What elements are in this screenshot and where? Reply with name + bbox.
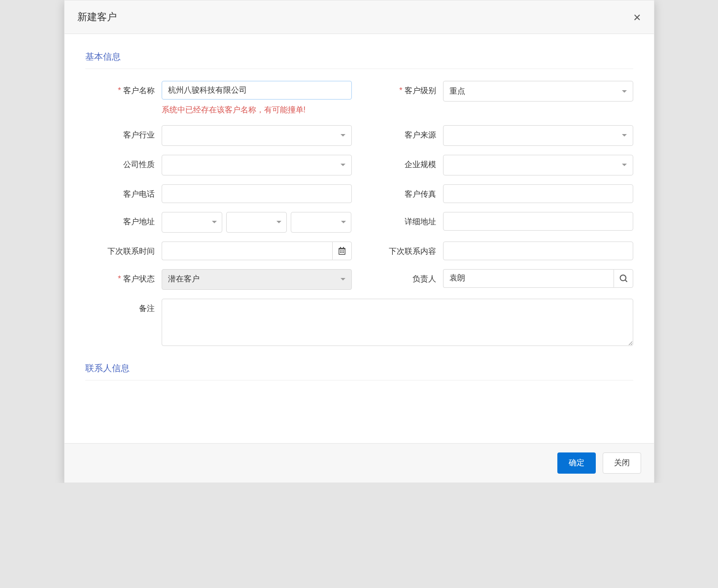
- label-customer-level: *客户级别: [367, 81, 443, 96]
- label-customer-phone: 客户电话: [85, 184, 162, 200]
- chevron-down-icon: [622, 90, 627, 93]
- label-customer-source: 客户来源: [367, 125, 443, 140]
- calendar-button[interactable]: [332, 242, 351, 260]
- customer-level-value: 重点: [449, 86, 465, 97]
- customer-level-select[interactable]: 重点: [443, 81, 633, 102]
- label-company-nature: 公司性质: [85, 155, 162, 170]
- company-nature-select[interactable]: [162, 155, 352, 175]
- customer-phone-input[interactable]: [162, 184, 352, 203]
- row-customer-level: *客户级别 重点: [367, 81, 633, 116]
- label-remark: 备注: [85, 299, 162, 314]
- chevron-down-icon: [622, 134, 627, 137]
- modal-dialog: 新建客户 × 基本信息 *客户名称 系统中已经存在该客户名称，有可能撞单! *客…: [64, 0, 654, 483]
- row-customer-phone: 客户电话: [85, 184, 352, 203]
- chevron-down-icon: [276, 221, 281, 223]
- label-next-contact-time: 下次联系时间: [85, 242, 162, 257]
- row-remark: 备注: [85, 299, 633, 347]
- customer-name-error: 系统中已经存在该客户名称，有可能撞单!: [162, 104, 352, 116]
- modal-body[interactable]: 基本信息 *客户名称 系统中已经存在该客户名称，有可能撞单! *客户级别 重点: [65, 34, 654, 443]
- next-contact-time-input[interactable]: [162, 242, 333, 260]
- section-basic-title: 基本信息: [85, 51, 633, 69]
- calendar-icon: [338, 247, 346, 255]
- customer-name-input[interactable]: [162, 81, 352, 100]
- chevron-down-icon: [341, 278, 345, 280]
- owner-search-button[interactable]: [614, 269, 633, 288]
- customer-fax-input[interactable]: [443, 184, 633, 203]
- customer-status-select[interactable]: 潜在客户: [162, 269, 352, 290]
- label-next-contact-content: 下次联系内容: [367, 242, 443, 257]
- chevron-down-icon: [622, 164, 627, 166]
- label-customer-address: 客户地址: [85, 212, 162, 227]
- remark-textarea[interactable]: [162, 299, 633, 346]
- chevron-down-icon: [341, 164, 345, 166]
- close-button[interactable]: 关闭: [603, 452, 641, 474]
- close-icon[interactable]: ×: [633, 11, 641, 24]
- row-customer-industry: 客户行业: [85, 125, 352, 146]
- owner-input[interactable]: [443, 269, 614, 288]
- chevron-down-icon: [341, 134, 345, 137]
- modal-footer: 确定 关闭: [65, 443, 654, 483]
- address-city-select[interactable]: [226, 212, 287, 233]
- row-customer-address: 客户地址: [85, 212, 352, 233]
- modal-title: 新建客户: [77, 10, 117, 24]
- customer-source-select[interactable]: [443, 125, 633, 146]
- row-customer-source: 客户来源: [367, 125, 633, 146]
- section-contact-title: 联系人信息: [85, 362, 633, 380]
- label-customer-industry: 客户行业: [85, 125, 162, 140]
- address-district-select[interactable]: [291, 212, 351, 233]
- row-next-contact-time: 下次联系时间: [85, 242, 352, 260]
- row-company-nature: 公司性质: [85, 155, 352, 175]
- row-next-contact-content: 下次联系内容: [367, 242, 633, 260]
- label-customer-status: *客户状态: [85, 269, 162, 284]
- chevron-down-icon: [212, 221, 217, 223]
- customer-status-value: 潜在客户: [168, 274, 200, 284]
- company-size-select[interactable]: [443, 155, 633, 175]
- confirm-button[interactable]: 确定: [557, 452, 596, 474]
- row-company-size: 企业规模: [367, 155, 633, 175]
- next-contact-content-input[interactable]: [443, 242, 633, 260]
- label-company-size: 企业规模: [367, 155, 443, 170]
- address-province-select[interactable]: [162, 212, 222, 233]
- form-grid: *客户名称 系统中已经存在该客户名称，有可能撞单! *客户级别 重点 客: [85, 81, 633, 347]
- modal-header: 新建客户 ×: [65, 0, 654, 34]
- row-owner: 负责人: [367, 269, 633, 290]
- row-customer-name: *客户名称 系统中已经存在该客户名称，有可能撞单!: [85, 81, 352, 116]
- row-detail-address: 详细地址: [367, 212, 633, 233]
- label-customer-fax: 客户传真: [367, 184, 443, 200]
- label-owner: 负责人: [367, 269, 443, 284]
- search-icon: [619, 275, 627, 282]
- row-customer-status: *客户状态 潜在客户: [85, 269, 352, 290]
- detail-address-input[interactable]: [443, 212, 633, 231]
- chevron-down-icon: [341, 221, 346, 223]
- label-customer-name: *客户名称: [85, 81, 162, 96]
- label-detail-address: 详细地址: [367, 212, 443, 227]
- row-customer-fax: 客户传真: [367, 184, 633, 203]
- customer-industry-select[interactable]: [162, 125, 352, 146]
